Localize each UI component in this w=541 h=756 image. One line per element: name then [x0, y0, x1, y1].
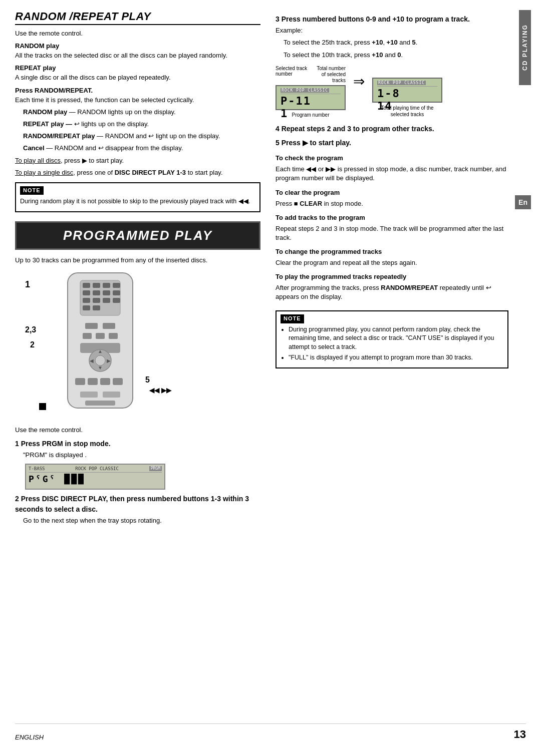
- play-repeatedly-section: To play the programmed tracks repeatedly…: [276, 272, 508, 301]
- svg-rect-32: [80, 392, 98, 398]
- programmed-note-box: NOTE During programmed play, you cannot …: [276, 310, 508, 368]
- svg-rect-34: [85, 401, 115, 406]
- step4-block: 4 Repeat steps 2 and 3 to program other …: [276, 124, 508, 134]
- repeat-play-desc: REPEAT play — ↩ lights up on the display…: [23, 120, 260, 129]
- svg-rect-8: [103, 290, 110, 295]
- step1-block: 1 Press PRGM in stop mode. "PRGM" is dis…: [15, 439, 260, 490]
- footer-page-number: 13: [514, 728, 526, 741]
- en-label: En: [515, 195, 531, 209]
- cancel-desc: Cancel — RANDOM and ↩ disappear from the…: [23, 144, 260, 153]
- right-column: CD PLAYING 3 Press numbered buttons 0-9 …: [276, 10, 526, 713]
- add-tracks-text: Repeat steps 2 and 3 in stop mode. The t…: [276, 224, 508, 242]
- random-play-title: RANDOM play: [15, 42, 260, 50]
- svg-rect-16: [85, 323, 98, 329]
- svg-rect-19: [96, 333, 105, 339]
- note-bullet-2: "FULL" is displayed if you attempt to pr…: [289, 353, 503, 362]
- step3-example-label: Example:: [276, 26, 508, 35]
- random-repeat-section: RANDOM /REPEAT PLAY Use the remote contr…: [15, 10, 260, 212]
- svg-rect-17: [103, 323, 115, 329]
- prgm-display-container: T-BASS ROCK POP CLASSIC PRGM PˁGˁ ███: [25, 464, 260, 490]
- change-tracks-title: To change the programmed tracks: [276, 247, 508, 257]
- total-number-label: Total number of selected tracks: [313, 66, 346, 84]
- svg-text:▲: ▲: [98, 348, 103, 354]
- svg-rect-13: [113, 298, 120, 303]
- press-random-text: Each time it is pressed, the function ca…: [15, 96, 260, 105]
- play-repeatedly-text: After programming the tracks, press RAND…: [276, 283, 508, 301]
- play-repeatedly-title: To play the programmed tracks repeatedly: [276, 272, 508, 282]
- svg-rect-28: [75, 378, 85, 385]
- check-program-text: Each time ◀◀ or ▶▶ is pressed in stop mo…: [276, 165, 508, 183]
- svg-rect-6: [83, 290, 90, 295]
- svg-rect-33: [103, 392, 120, 398]
- clear-program-section: To clear the program Press ■ CLEAR in st…: [276, 188, 508, 208]
- step3-example-10: To select the 10th track, press +10 and …: [284, 51, 508, 60]
- play-single-disc: To play a single disc, press one of DISC…: [15, 168, 260, 177]
- step4-title: 4 Repeat steps 2 and 3 to program other …: [276, 124, 508, 134]
- right-display-group: ROCK POP CLASSIC 1-8 14 Total playing ti…: [372, 66, 442, 118]
- left-column: RANDOM /REPEAT PLAY Use the remote contr…: [15, 10, 260, 713]
- prgm-display: T-BASS ROCK POP CLASSIC PRGM PˁGˁ ███: [25, 464, 165, 490]
- step1-title: 1 Press PRGM in stop mode.: [15, 439, 260, 449]
- change-tracks-section: To change the programmed tracks Clear th…: [276, 247, 508, 267]
- use-remote: Use the remote control.: [15, 426, 260, 435]
- add-tracks-title: To add tracks to the program: [276, 213, 508, 223]
- random-intro: Use the remote control.: [15, 29, 260, 38]
- note-label: NOTE: [20, 186, 44, 195]
- svg-rect-30: [100, 378, 110, 385]
- svg-rect-9: [113, 290, 120, 295]
- check-program-section: To check the program Each time ◀◀ or ▶▶ …: [276, 154, 508, 183]
- random-note-text: During random play it is not possible to…: [20, 197, 255, 206]
- svg-rect-12: [103, 298, 110, 303]
- stop-button-indicator: [39, 403, 46, 410]
- display-diagrams: Selected track number Total number of se…: [276, 66, 508, 118]
- step5-block: 5 Press ▶ to start play.: [276, 138, 508, 148]
- svg-rect-5: [113, 283, 120, 288]
- svg-rect-11: [93, 298, 100, 303]
- repeat-play-text: A single disc or all the discs can be pl…: [15, 73, 260, 82]
- lcd-display-right: ROCK POP CLASSIC 1-8 14: [372, 78, 442, 103]
- step2-title: 2 Press DISC DIRECT PLAY, then press num…: [15, 494, 260, 514]
- step5-title: 5 Press ▶ to start play.: [276, 138, 508, 148]
- check-program-title: To check the program: [276, 154, 508, 163]
- play-all-discs: To play all discs, press ▶ to start play…: [15, 156, 260, 165]
- random-repeat-desc: RANDOM/REPEAT play — RANDOM and ↩ light …: [23, 132, 260, 141]
- step2-desc: Go to the next step when the tray stops …: [23, 516, 260, 525]
- step3-title: 3 Press numbered buttons 0-9 and +10 to …: [276, 14, 508, 24]
- svg-rect-29: [88, 378, 98, 385]
- svg-rect-20: [109, 333, 118, 339]
- left-display-group: Selected track number Total number of se…: [276, 66, 346, 118]
- programmed-intro: Up to 30 tracks can be programmed from a…: [15, 256, 260, 265]
- remote-svg: ▲ ▼ ◀ ▶: [55, 270, 145, 416]
- svg-rect-10: [83, 298, 90, 303]
- svg-rect-18: [83, 333, 92, 339]
- clear-program-text: Press ■ CLEAR in stop mode.: [276, 199, 508, 208]
- footer-english: ENGLISH: [15, 733, 44, 741]
- callout-transport: ◀◀ ▶▶: [149, 387, 171, 394]
- svg-text:▶: ▶: [107, 358, 111, 363]
- footer: ENGLISH 13: [15, 723, 526, 741]
- lcd-display-left: ROCK POP CLASSIC P-11 1: [276, 85, 346, 110]
- repeat-play-title: REPEAT play: [15, 64, 260, 72]
- step1-desc: "PRGM" is displayed .: [23, 451, 260, 460]
- press-random-title: Press RANDOM/REPEAT.: [15, 87, 260, 94]
- svg-rect-15: [93, 305, 100, 310]
- step3-block: 3 Press numbered buttons 0-9 and +10 to …: [276, 14, 508, 118]
- svg-text:◀: ◀: [90, 358, 94, 363]
- cd-playing-sidebar: CD PLAYING: [519, 10, 531, 85]
- svg-rect-7: [93, 290, 100, 295]
- arrow-symbol: ⇒: [353, 73, 365, 90]
- programmed-play-banner: PROGRAMMED PLAY: [15, 221, 260, 250]
- svg-rect-2: [83, 283, 90, 288]
- note-bullet-1: During programmed play, you cannot perfo…: [289, 325, 503, 352]
- random-repeat-title: RANDOM /REPEAT PLAY: [15, 10, 260, 25]
- svg-point-23: [95, 355, 105, 365]
- change-tracks-text: Clear the program and repeat all the ste…: [276, 258, 508, 267]
- callout-23: 2,3: [25, 325, 36, 334]
- svg-rect-14: [83, 305, 90, 310]
- random-play-desc: RANDOM play — RANDOM lights up on the di…: [23, 108, 260, 117]
- svg-text:▼: ▼: [98, 365, 103, 370]
- note-label-2: NOTE: [281, 314, 304, 323]
- selected-track-label: Selected track number: [276, 66, 313, 84]
- svg-rect-4: [103, 283, 110, 288]
- svg-rect-31: [113, 378, 123, 385]
